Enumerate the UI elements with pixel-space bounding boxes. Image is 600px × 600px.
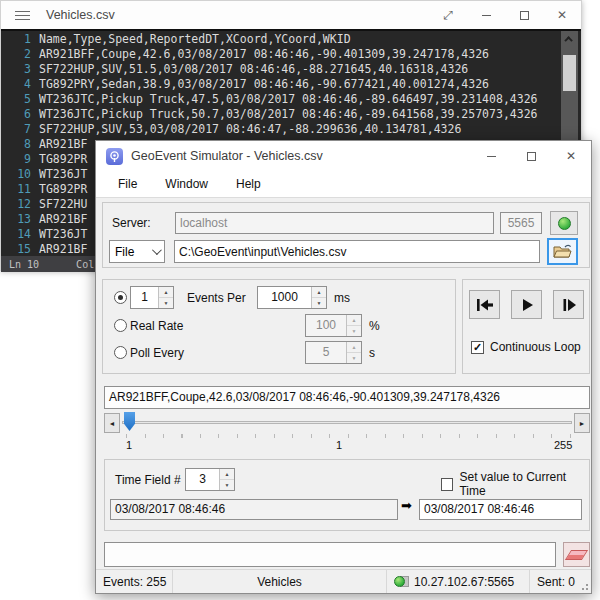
menu-window[interactable]: Window xyxy=(155,172,218,196)
source-type-value: File xyxy=(115,245,134,259)
editor-title: Vehicles.csv xyxy=(46,8,429,22)
browse-file-button[interactable] xyxy=(547,238,578,265)
scrollbar-thumb[interactable] xyxy=(563,55,576,91)
real-rate-radio[interactable] xyxy=(114,319,127,332)
go-to-start-button[interactable] xyxy=(469,290,500,319)
poll-unit-label: s xyxy=(369,346,375,360)
time-field-label: Time Field # xyxy=(115,473,181,487)
real-rate-row: Real Rate 100 ▲▼ % xyxy=(114,314,449,338)
chevron-down-icon xyxy=(152,245,162,255)
time-from-field[interactable]: 03/08/2017 08:46:46 xyxy=(110,499,398,520)
message-log-field xyxy=(104,542,556,567)
app-icon xyxy=(106,148,123,165)
server-port-input[interactable] xyxy=(500,212,542,234)
menubar: File Window Help xyxy=(96,171,591,198)
set-current-time-label: Set value to Current Time xyxy=(459,470,589,498)
spin-up-icon: ▲ xyxy=(347,342,361,353)
clear-button[interactable] xyxy=(563,542,590,567)
interval-stepper[interactable]: 1000 ▲▼ xyxy=(257,286,327,309)
connect-button[interactable] xyxy=(550,211,578,235)
poll-every-radio[interactable] xyxy=(114,346,127,359)
server-label: Server: xyxy=(112,216,151,230)
column-indicator: Col xyxy=(76,259,94,270)
events-count: Events: 255 xyxy=(96,570,172,593)
time-to-field[interactable]: 03/08/2017 08:46:46 xyxy=(419,499,582,520)
rate-group: 1 ▲▼ Events Per 1000 ▲▼ ms Real Rate 100… xyxy=(102,279,456,374)
playback-group: ✓ Continuous Loop xyxy=(462,279,590,374)
editor-titlebar: Vehicles.csv ⤢ ✕ xyxy=(1,1,581,29)
real-rate-label: Real Rate xyxy=(130,319,183,333)
spin-down-icon: ▼ xyxy=(347,326,361,336)
real-rate-stepper: 100 ▲▼ xyxy=(305,314,362,337)
minimize-icon xyxy=(482,15,491,16)
connection-group: Server: File xyxy=(102,202,590,268)
csv-line: 6WT236JTC,Pickup Truck,50.7,03/08/2017 0… xyxy=(1,107,581,122)
file-path-input[interactable] xyxy=(174,240,540,263)
event-count-stepper[interactable]: 1 ▲▼ xyxy=(130,286,174,309)
play-button[interactable] xyxy=(511,290,542,319)
simulator-statusbar: Events: 255 Vehicles 10.27.102.67:5565 S… xyxy=(96,569,591,593)
menu-help[interactable]: Help xyxy=(226,172,271,196)
skip-to-start-icon xyxy=(475,297,495,313)
server-host-input[interactable] xyxy=(175,212,494,234)
csv-line: 1Name,Type,Speed,ReportedDT,XCoord,YCoor… xyxy=(1,32,581,47)
spin-up-icon[interactable]: ▲ xyxy=(159,287,173,298)
poll-interval-stepper: 5 ▲▼ xyxy=(305,341,362,364)
poll-every-label: Poll Every xyxy=(130,346,184,360)
close-button[interactable]: ✕ xyxy=(551,141,591,171)
close-button[interactable]: ✕ xyxy=(543,1,581,29)
minimize-button[interactable] xyxy=(467,1,505,29)
slider-max-label: 255 xyxy=(554,439,572,451)
maximize-icon xyxy=(527,152,536,161)
real-rate-unit-label: % xyxy=(369,319,380,333)
step-forward-icon xyxy=(559,297,579,313)
csv-line: 3SF722HUP,SUV,51.5,03/08/2017 08:46:46,-… xyxy=(1,62,581,77)
line-indicator: Ln 10 xyxy=(9,259,39,270)
events-per-label: Events Per xyxy=(187,291,246,305)
maximize-button[interactable] xyxy=(511,141,551,171)
spin-down-icon[interactable]: ▼ xyxy=(159,298,173,308)
minimize-button[interactable] xyxy=(471,141,511,171)
slider-right-button[interactable]: ► xyxy=(574,413,590,433)
spin-up-icon[interactable]: ▲ xyxy=(220,469,234,480)
spin-up-icon: ▲ xyxy=(347,315,361,326)
slider-current-label: 1 xyxy=(336,439,342,451)
csv-line: 7SF722HUP,SUV,53,03/08/2017 08:46:47,-88… xyxy=(1,122,581,137)
spin-down-icon[interactable]: ▼ xyxy=(220,480,234,490)
geoevent-simulator-window: GeoEvent Simulator - Vehicles.csv ✕ File… xyxy=(95,140,592,594)
connection-address: 10.27.102.67:5565 xyxy=(414,575,514,589)
slider-min-label: 1 xyxy=(126,439,132,451)
play-icon xyxy=(519,297,535,313)
open-folder-icon xyxy=(553,244,572,259)
connection-status: 10.27.102.67:5565 xyxy=(386,570,529,593)
simulator-titlebar: GeoEvent Simulator - Vehicles.csv ✕ xyxy=(96,141,591,171)
spin-up-icon[interactable]: ▲ xyxy=(312,287,326,298)
set-current-time-checkbox[interactable] xyxy=(441,478,453,491)
event-slider-track[interactable] xyxy=(122,421,572,424)
slider-ticks xyxy=(126,434,572,438)
maximize-button[interactable] xyxy=(505,1,543,29)
csv-line: 4TG892PRY,Sedan,38.9,03/08/2017 08:46:46… xyxy=(1,77,581,92)
menu-icon[interactable] xyxy=(15,11,30,20)
connect-icon xyxy=(558,217,571,230)
maximize-icon xyxy=(520,11,529,20)
connection-status-icon xyxy=(394,575,409,588)
scroll-up-icon[interactable] xyxy=(561,31,578,47)
time-field-stepper[interactable]: 3 ▲▼ xyxy=(185,468,235,491)
step-button[interactable] xyxy=(553,290,584,319)
event-slider-thumb[interactable] xyxy=(124,412,135,431)
expand-icon[interactable]: ⤢ xyxy=(429,1,467,29)
csv-line: 5WT236JTC,Pickup Truck,47.5,03/08/2017 0… xyxy=(1,92,581,107)
arrow-right-icon: ➡ xyxy=(401,498,412,513)
minimize-icon xyxy=(487,156,496,157)
current-event-field[interactable]: AR921BFF,Coupe,42.6,03/08/2017 08:46:46,… xyxy=(104,386,590,409)
menu-file[interactable]: File xyxy=(108,172,147,196)
continuous-loop-checkbox[interactable]: ✓ xyxy=(471,341,484,354)
continuous-loop-row: ✓ Continuous Loop xyxy=(471,340,581,354)
source-type-select[interactable]: File xyxy=(109,240,165,263)
spin-down-icon[interactable]: ▼ xyxy=(312,298,326,308)
slider-left-button[interactable]: ◄ xyxy=(104,413,120,433)
events-per-row: 1 ▲▼ Events Per 1000 ▲▼ ms xyxy=(114,286,449,310)
eraser-icon xyxy=(565,550,588,560)
events-per-radio[interactable] xyxy=(114,291,127,304)
